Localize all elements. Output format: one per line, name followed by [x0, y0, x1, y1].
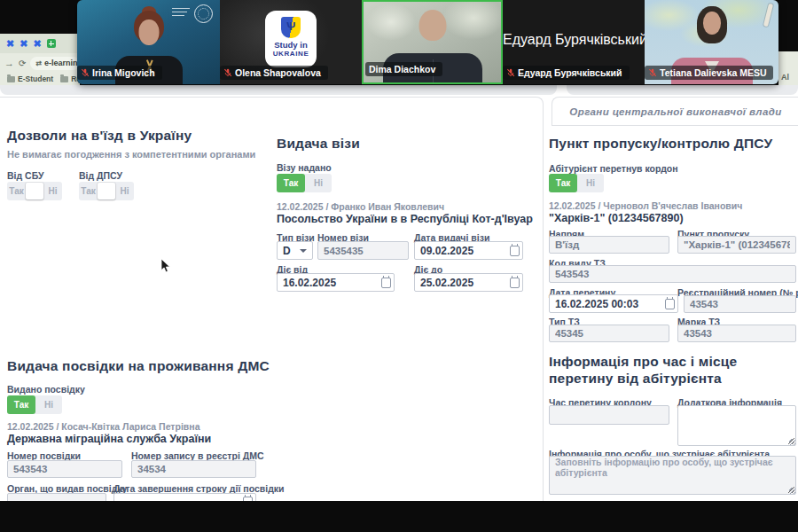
bookmark-label: E-Student — [18, 74, 53, 83]
pinned-tab-icon[interactable]: ✖ — [6, 39, 14, 49]
browser-navrow: → ⟳ ⇄ e-learning — [0, 55, 80, 71]
mouse-cursor — [160, 258, 171, 274]
applicant-person-textarea[interactable] — [549, 456, 796, 495]
pinned-tab-sheets-icon[interactable] — [47, 39, 56, 48]
visa-issue-value: 09.02.2025 — [420, 245, 473, 257]
dpsu-toggle-no[interactable]: Ні — [115, 186, 134, 196]
residence-number-input[interactable] — [7, 460, 122, 478]
browser-chrome-left: ✖ ✖ ✖ → ⟳ ⇄ e-learning E-Student Reclu — [0, 34, 80, 85]
site-info-icon[interactable]: ⇄ — [35, 59, 42, 67]
applicant-extra-textarea[interactable] — [677, 405, 796, 446]
all-bookmarks-label[interactable]: Al — [781, 73, 789, 82]
participant-name: Dima Diachkov — [369, 64, 435, 74]
participant-name: Едуард Бурячківський — [518, 67, 622, 78]
participant-name: Tetiana Dalievska MESU — [660, 67, 767, 78]
participant-name-pill: Tetiana Dalievska MESU — [645, 66, 773, 80]
pinned-tab-icon[interactable]: ✖ — [33, 39, 41, 49]
panel-top-band-right — [567, 85, 798, 95]
bookmark-folder[interactable]: E-Student — [7, 74, 53, 83]
sbu-toggle-yes[interactable]: Так — [7, 182, 26, 200]
trident-shield-icon: Ѱ — [281, 17, 301, 38]
residence-toggle[interactable]: Так Ні — [7, 395, 62, 414]
participant-name-pill: Dima Diachkov — [365, 62, 442, 76]
sbu-toggle-no[interactable]: Ні — [43, 186, 62, 196]
border-checkpoint-input[interactable] — [677, 236, 796, 254]
pinned-tab-icon[interactable]: ✖ — [20, 39, 27, 49]
resize-grip[interactable] — [789, 488, 795, 494]
border-vbrand-input[interactable] — [677, 325, 796, 342]
residence-meta: 12.02.2025 / Косач-Квітка Лариса Петрівн… — [7, 421, 200, 432]
border-org: "Харків-1" (01234567890) — [549, 212, 684, 224]
resize-grip[interactable] — [789, 439, 795, 445]
person-avatar — [138, 20, 159, 45]
border-toggle-yes[interactable]: Так — [549, 174, 577, 192]
visa-type-value: D — [283, 245, 291, 257]
reload-icon[interactable]: ⟳ — [19, 59, 26, 68]
folder-icon — [60, 76, 68, 82]
participant-name: Irina Migovich — [92, 67, 155, 78]
border-toggle[interactable]: Так Ні — [549, 174, 604, 192]
applicant-title: Інформація про час і місце перетину від … — [549, 353, 784, 387]
border-regnum-input[interactable] — [684, 295, 796, 313]
address-bar[interactable]: ⇄ e-learning — [30, 57, 80, 70]
participant-name-pill: Irina Migovich — [77, 66, 162, 80]
visa-to-value: 25.02.2025 — [420, 277, 473, 289]
dpsu-toggle-knob[interactable] — [98, 183, 115, 200]
permits-subtitle: Не вимагає погодження з компетентними ор… — [7, 149, 255, 160]
bookmarks-bar: E-Student Reclu — [0, 73, 80, 85]
residence-toggle-no[interactable]: Ні — [35, 400, 62, 410]
sbu-label: Від СБУ — [7, 170, 43, 181]
muted-mic-icon — [223, 68, 232, 77]
border-toggle-label: Абітурієнт перетнув кордон — [549, 163, 678, 174]
study-in-ukraine-logo: Ѱ Study in UKRAINE — [265, 11, 317, 67]
video-tile-tetiana[interactable]: Tetiana Dalievska MESU — [645, 0, 778, 84]
tab-central-executive-bodies[interactable]: Органи центральної виконавчої влади — [552, 97, 798, 126]
border-vtype-input[interactable] — [549, 325, 669, 342]
muted-mic-icon — [81, 68, 90, 77]
calendar-icon[interactable] — [510, 246, 520, 256]
participant-name: Olena Shapovalova — [235, 67, 321, 78]
visa-from-value: 16.02.2025 — [283, 277, 336, 289]
panel-top-band-left — [0, 85, 557, 95]
dpsu-toggle-yes[interactable]: Так — [79, 182, 98, 200]
visa-toggle-label: Візу надано — [277, 162, 332, 173]
sbu-toggle[interactable]: Так Ні — [7, 182, 62, 200]
participant-name-pill: Едуард Бурячківський — [503, 66, 630, 80]
calendar-icon[interactable] — [665, 299, 675, 309]
visa-toggle-yes[interactable]: Так — [277, 174, 305, 192]
calendar-icon[interactable] — [381, 278, 391, 288]
visa-number-input[interactable] — [317, 241, 409, 260]
folder-icon — [7, 76, 15, 82]
browser-tabstrip[interactable]: ✖ ✖ ✖ — [0, 34, 80, 53]
border-toggle-no[interactable]: Ні — [577, 178, 604, 188]
tab-label: Органи центральної виконавчої влади — [569, 106, 781, 117]
visa-toggle[interactable]: Так Ні — [277, 174, 332, 192]
border-direction-input[interactable] — [549, 236, 669, 254]
visa-type-select[interactable]: D — [277, 241, 313, 260]
sbu-toggle-knob[interactable] — [26, 183, 43, 200]
video-tile-irina[interactable]: Irina Migovich — [77, 0, 220, 84]
muted-mic-icon — [506, 68, 515, 77]
video-call-strip: Irina Migovich Ѱ Study in UKRAINE Olena … — [77, 0, 778, 84]
video-tile-eduard[interactable]: Едуард Бурячківський Едуард Бурячківськи… — [503, 0, 645, 84]
visa-toggle-no[interactable]: Ні — [305, 178, 332, 188]
residence-toggle-yes[interactable]: Так — [7, 395, 35, 414]
dpsu-label: Від ДПСУ — [79, 170, 122, 181]
dpsu-toggle[interactable]: Так Ні — [79, 182, 134, 200]
forward-icon[interactable]: → — [4, 58, 14, 68]
bottom-black-bar — [0, 501, 798, 532]
video-tile-olena[interactable]: Ѱ Study in UKRAINE Olena Shapovalova — [220, 0, 362, 84]
border-vcode-input[interactable] — [549, 265, 796, 283]
video-tile-dima-active-speaker[interactable]: Dima Diachkov — [362, 0, 503, 84]
ministry-emblem-icon — [194, 4, 213, 23]
participant-name-pill: Olena Shapovalova — [220, 66, 328, 80]
border-meta: 12.02.2025 / Черновол В'ячеслав Іванович — [549, 200, 742, 211]
applicant-time-input[interactable] — [549, 405, 669, 425]
participant-display-name: Едуард Бурячківський — [503, 32, 645, 48]
permits-title: Дозволи на в'їзд в Україну — [7, 128, 192, 144]
person-avatar — [419, 10, 446, 41]
calendar-icon[interactable] — [510, 278, 520, 288]
border-title: Пункт пропуску/контролю ДПСУ — [549, 136, 772, 152]
residence-reg-input[interactable] — [131, 460, 256, 478]
ministry-logo-text — [172, 8, 190, 18]
